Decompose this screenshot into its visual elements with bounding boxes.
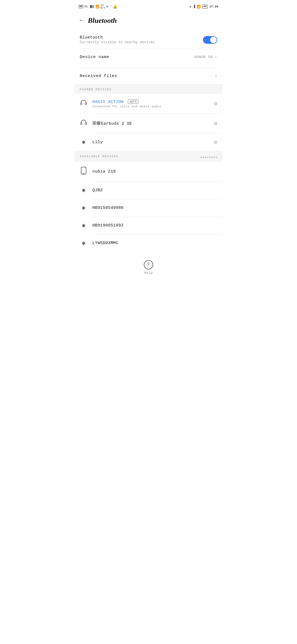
- signal-icons: 5G ▐▌▌: [84, 5, 94, 8]
- bluetooth-icon-hb1: ✱: [80, 204, 87, 212]
- nubia-name: nubia Z18: [92, 169, 217, 174]
- available-devices-header: AVAILABLE DEVICES: [74, 151, 223, 162]
- dot-1: [200, 157, 202, 158]
- back-button[interactable]: ←: [80, 18, 83, 24]
- dot-6: [211, 157, 213, 158]
- bell-icon: 🔔: [113, 4, 117, 9]
- qjb2-name: QJB2: [92, 188, 217, 193]
- chevron-icon: ›: [215, 54, 217, 59]
- available-device-row[interactable]: ✱ HB9150549986: [74, 199, 223, 217]
- hakii-name: HAKII ACTION: [92, 100, 123, 104]
- dot-3: [205, 157, 206, 158]
- earbuds-settings-icon[interactable]: ⚙: [214, 120, 217, 127]
- bluetooth-status-icon: ∗: [189, 5, 191, 9]
- status-bar: HD 5G ▐▌▌ 📶 19B/s ⊙ ♡ 🔔 ∗ ▐ 📶 45 17:26: [74, 0, 223, 12]
- lily-settings-icon[interactable]: ⚙: [214, 139, 217, 146]
- hb2-info: HB9190851092: [92, 223, 217, 228]
- page-header: ← Bluetooth: [74, 12, 223, 30]
- paired-device-row[interactable]: 荣耀Earbuds 2 SE ⚙: [74, 114, 223, 133]
- hb1-name: HB9150549986: [92, 206, 217, 210]
- phone-icon: [80, 167, 87, 176]
- battery-level: 45: [202, 5, 208, 9]
- paired-device-row[interactable]: ✱ Lily ⚙: [74, 133, 223, 151]
- device-name-row[interactable]: Device name HONOR 50 ›: [80, 49, 217, 65]
- hakii-settings-icon[interactable]: ⚙: [214, 100, 217, 107]
- bluetooth-icon-lyw: ✱: [80, 239, 87, 247]
- device-name-label: Device name: [80, 55, 109, 59]
- bluetooth-toggle[interactable]: [203, 36, 217, 44]
- bluetooth-toggle-row: Bluetooth Currently visible to nearby de…: [80, 30, 217, 46]
- dot-8: [216, 157, 217, 158]
- status-right: ∗ ▐ 📶 45 17:26: [189, 5, 218, 9]
- bluetooth-icon-qjb2: ✱: [80, 187, 87, 194]
- received-files-row[interactable]: Received files ›: [80, 68, 217, 84]
- bluetooth-section: Bluetooth Currently visible to nearby de…: [74, 30, 223, 84]
- help-label: Help: [144, 271, 153, 275]
- hd-icon: HD: [79, 5, 83, 8]
- signal-bar-icon: ▐: [193, 5, 195, 9]
- activity-icon: ⊙: [106, 4, 108, 9]
- paired-devices-header: PAIRED DEVICES: [74, 84, 223, 94]
- paired-devices-list: HAKII ACTION aptX Connected for calls an…: [74, 94, 223, 151]
- available-device-row[interactable]: ✱ QJB2: [74, 182, 223, 199]
- paired-devices-title: PAIRED DEVICES: [80, 88, 217, 91]
- available-device-row[interactable]: ✱ LYWSD03MMC: [74, 234, 223, 252]
- available-devices-title: AVAILABLE DEVICES: [80, 155, 118, 158]
- earbuds-name: 荣耀Earbuds 2 SE: [92, 121, 209, 126]
- received-files-chevron: ›: [215, 73, 217, 78]
- dot-4: [207, 157, 208, 158]
- scanning-indicator: [200, 157, 217, 158]
- time-display: 17:26: [209, 5, 218, 8]
- headphone-icon-1: [80, 99, 87, 108]
- hb1-info: HB9150549986: [92, 206, 217, 210]
- aptx-badge: aptX: [128, 99, 138, 104]
- wifi-icon: 📶: [95, 5, 100, 9]
- bluetooth-icon-lily: ✱: [80, 138, 87, 146]
- bluetooth-info: Bluetooth Currently visible to nearby de…: [80, 35, 155, 44]
- hakii-info: HAKII ACTION aptX Connected for calls an…: [92, 99, 209, 108]
- available-device-row[interactable]: ✱ HB9190851092: [74, 217, 223, 234]
- data-speed: 19B/s: [101, 4, 105, 9]
- help-footer: ? Help: [74, 252, 223, 280]
- hakii-sub: Connected for calls and media audio: [92, 105, 209, 108]
- device-name-right: HONOR 50 ›: [194, 54, 217, 59]
- hb2-name: HB9190851092: [92, 223, 217, 228]
- help-icon: ?: [147, 262, 150, 267]
- bluetooth-sub-label: Currently visible to nearby devices: [80, 40, 155, 44]
- svg-rect-4: [81, 167, 86, 174]
- help-button[interactable]: ?: [144, 260, 153, 269]
- headphone-icon-2: [80, 119, 87, 128]
- paired-device-row[interactable]: HAKII ACTION aptX Connected for calls an…: [74, 94, 223, 113]
- received-files-label: Received files: [80, 74, 117, 78]
- lily-info: Lily: [92, 140, 209, 144]
- dot-5: [209, 157, 211, 158]
- page-title: Bluetooth: [88, 17, 117, 25]
- heart-icon: ♡: [109, 4, 112, 9]
- nubia-info: nubia Z18: [92, 169, 217, 174]
- bluetooth-icon-hb2: ✱: [80, 222, 87, 229]
- lyw-name: LYWSD03MMC: [92, 241, 217, 245]
- bluetooth-label: Bluetooth: [80, 35, 155, 40]
- device-name-value: HONOR 50: [194, 55, 213, 59]
- status-left: HD 5G ▐▌▌ 📶 19B/s ⊙ ♡ 🔔: [79, 4, 117, 9]
- vibrate-icon: 📶: [197, 5, 201, 9]
- available-devices-list: nubia Z18 ✱ QJB2 ✱ HB9150549986 ✱ HB9190…: [74, 162, 223, 252]
- available-device-row[interactable]: nubia Z18: [74, 162, 223, 181]
- lyw-info: LYWSD03MMC: [92, 241, 217, 245]
- earbuds-info: 荣耀Earbuds 2 SE: [92, 121, 209, 126]
- qjb2-info: QJB2: [92, 188, 217, 193]
- lily-name: Lily: [92, 140, 209, 144]
- dot-2: [203, 157, 204, 158]
- dot-7: [214, 157, 215, 158]
- hakii-name-row: HAKII ACTION aptX: [92, 99, 209, 104]
